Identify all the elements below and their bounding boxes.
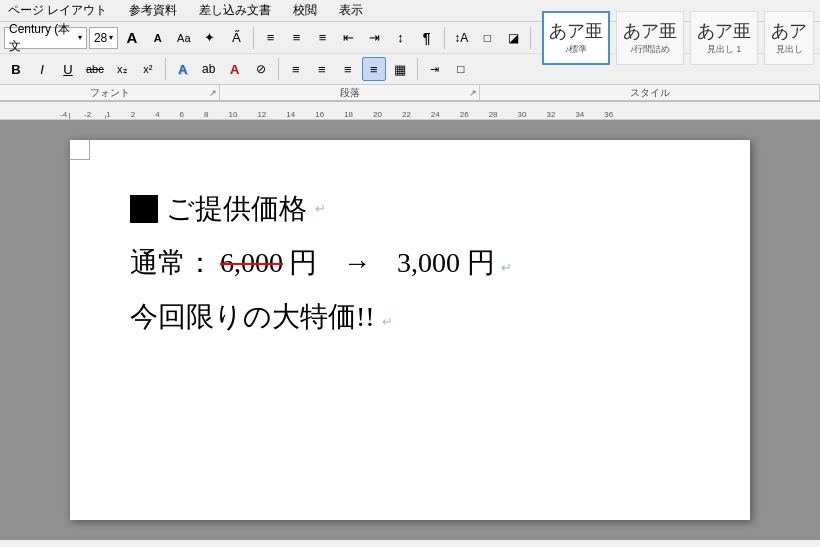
ribbon-sections: フォント ↗ 段落 ↗ スタイル (0, 84, 820, 100)
bold-button[interactable]: B (4, 57, 28, 81)
separator-3 (530, 27, 531, 49)
toolbar-row1: Century (本文 ▾ 28 ▾ A A Aa ✦ A̋ ≡ ≡ ≡ ⇤ ⇥… (0, 22, 820, 54)
shading-button[interactable]: ◪ (501, 26, 525, 50)
doc-special-price-text: 今回限りの大特価!! (130, 301, 375, 332)
toolbar-row2: B I U abc x₂ x² A ab A ⊘ ≡ ≡ ≡ ≡ ▦ ⇥ □ (0, 54, 820, 84)
increase-indent-button[interactable]: ⇥ (363, 26, 387, 50)
clear-all-button[interactable]: ⊘ (249, 57, 273, 81)
show-marks-button[interactable]: ¶ (415, 26, 439, 50)
clear-format-button[interactable]: ✦ (198, 26, 222, 50)
highlight-button[interactable]: ab (197, 57, 221, 81)
doc-arrow: → (343, 247, 371, 279)
paragraph-mark-3: ↵ (382, 314, 393, 329)
style-heading2-text: あア (771, 19, 807, 43)
doc-heading-text: ご提供価格 (166, 190, 307, 228)
style-standard-text: あア亜 (549, 19, 603, 43)
borders-button[interactable]: □ (475, 26, 499, 50)
align-right-button[interactable]: ≡ (336, 57, 360, 81)
borders-btn2[interactable]: □ (449, 57, 473, 81)
separator-5 (278, 58, 279, 80)
decrease-indent-button[interactable]: ⇤ (337, 26, 361, 50)
separator-4 (165, 58, 166, 80)
bullets-button[interactable]: ≡ (285, 26, 309, 50)
shrink-font-button[interactable]: A (146, 26, 170, 50)
doc-regular-prefix: 通常： (130, 244, 214, 282)
justify-button[interactable]: ≡ (362, 57, 386, 81)
page[interactable]: ご提供価格 ↵ 通常： 6,000 円 → 3,000 円 ↵ 今回限りの大特価… (70, 140, 750, 520)
styles-section-label: スタイル (480, 85, 820, 100)
ruler: -4 -2 1246 8101214 16182022 24262830 323… (0, 102, 820, 120)
separator-1 (253, 27, 254, 49)
subscript-button[interactable]: x₂ (110, 57, 134, 81)
menu-references[interactable]: 参考資料 (125, 0, 181, 21)
line-spacing-button[interactable]: ↕A (449, 26, 473, 50)
doc-line-3: 今回限りの大特価!! ↵ (130, 298, 690, 336)
document-content: ご提供価格 ↵ 通常： 6,000 円 → 3,000 円 ↵ 今回限りの大特価… (130, 190, 690, 336)
menu-mailings[interactable]: 差し込み文書 (195, 0, 275, 21)
doc-yen1: 円 (289, 244, 317, 282)
separator-2 (444, 27, 445, 49)
numbering-button[interactable]: ≡ (259, 26, 283, 50)
underline-button[interactable]: U (56, 57, 80, 81)
font-color-button[interactable]: A (223, 57, 247, 81)
menu-review[interactable]: 校閲 (289, 0, 321, 21)
separator-6 (417, 58, 418, 80)
font-size-arrow-icon: ▾ (109, 33, 113, 42)
align-center-button[interactable]: ≡ (310, 57, 334, 81)
grow-font-button[interactable]: A (120, 26, 144, 50)
document-area: ご提供価格 ↵ 通常： 6,000 円 → 3,000 円 ↵ 今回限りの大特価… (0, 120, 820, 540)
font-section-label: フォント ↗ (0, 85, 220, 100)
style-heading1-text: あア亜 (697, 19, 751, 43)
sort-button[interactable]: ↕ (389, 26, 413, 50)
doc-strikethrough-price: 6,000 (220, 247, 283, 279)
font-size-value: 28 (94, 31, 107, 45)
doc-line-1: ご提供価格 ↵ (130, 190, 690, 228)
font-spacing-button[interactable]: A̋ (224, 26, 248, 50)
font-size-selector[interactable]: 28 ▾ (89, 27, 118, 49)
paragraph-dialog-launcher[interactable]: ↗ (469, 88, 477, 98)
superscript-button[interactable]: x² (136, 57, 160, 81)
ribbon: Century (本文 ▾ 28 ▾ A A Aa ✦ A̋ ≡ ≡ ≡ ⇤ ⇥… (0, 22, 820, 102)
align-left-button[interactable]: ≡ (284, 57, 308, 81)
style-linespacing-text: あア亜 (623, 19, 677, 43)
change-case-button[interactable]: Aa (172, 26, 196, 50)
doc-new-price: 3,000 円 (397, 244, 495, 282)
black-square-icon (130, 195, 158, 223)
tab-selector-button[interactable]: ⇥ (423, 57, 447, 81)
font-name-selector[interactable]: Century (本文 ▾ (4, 27, 87, 49)
font-name-arrow-icon: ▾ (78, 33, 82, 42)
paragraph-section-label: 段落 ↗ (220, 85, 480, 100)
font-dialog-launcher[interactable]: ↗ (209, 88, 217, 98)
menu-page-layout[interactable]: ページ レイアウト (4, 0, 111, 21)
paragraph-mark-1: ↵ (315, 201, 326, 217)
doc-line-2: 通常： 6,000 円 → 3,000 円 ↵ (130, 244, 690, 282)
italic-button[interactable]: I (30, 57, 54, 81)
text-effects-button[interactable]: A (171, 57, 195, 81)
font-name-value: Century (本文 (9, 21, 78, 55)
multilevel-button[interactable]: ≡ (311, 26, 335, 50)
columns-button[interactable]: ▦ (388, 57, 412, 81)
strikethrough-button[interactable]: abc (82, 57, 108, 81)
menu-view[interactable]: 表示 (335, 0, 367, 21)
paragraph-mark-2: ↵ (501, 260, 512, 276)
page-corner (70, 140, 90, 160)
